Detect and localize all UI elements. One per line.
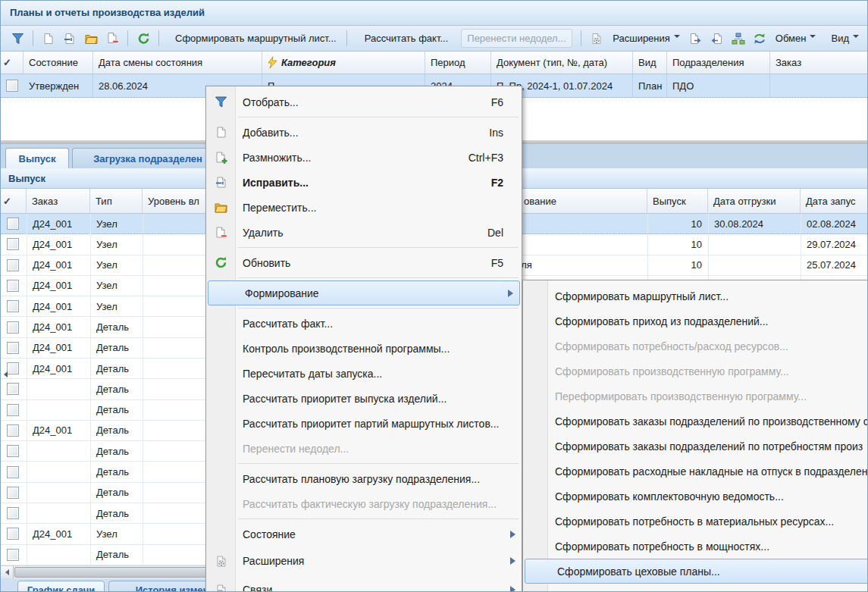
menu-item[interactable]: Сформировать комплектовочную ведомость..… [523,484,868,509]
row-checkbox[interactable] [7,445,19,457]
column-header-category[interactable]: Категория [262,52,425,74]
view-menu-button[interactable]: Вид [826,30,864,47]
menu-item[interactable]: Сформировать маршрутный лист... [523,283,868,309]
menu-item[interactable]: Сформировать график сдачи... [523,584,868,592]
select-all-column-header[interactable]: ✓ [1,189,27,213]
menu-item[interactable]: Контроль производственной программы... [206,336,522,361]
move-backlog-button[interactable]: Перенести недодел... [461,29,572,48]
menu-item[interactable]: Связи [206,575,522,592]
row-checkbox[interactable] [7,321,19,334]
collapse-left-arrow[interactable] [1,369,6,380]
move-folder-icon[interactable] [82,30,100,48]
menu-item[interactable]: Добавить...Ins [206,120,522,145]
cell-type: Деталь [90,317,143,337]
menu-item-label: Отобрать... [243,96,299,108]
row-checkbox[interactable] [7,404,19,416]
row-checkbox[interactable] [6,80,18,92]
column-header-state[interactable]: Состояние [24,52,93,74]
menu-item-label: Сформировать приход из подразделений... [555,315,769,327]
menu-item[interactable]: Рассчитать факт... [206,311,522,336]
column-header-order[interactable]: Заказ [770,52,868,74]
column-header-output[interactable]: Выпуск [647,189,708,213]
cell-order [27,400,90,420]
menu-item-label: Расширения [243,555,304,567]
row-checkbox[interactable] [7,238,19,250]
column-header-departments[interactable]: Подразделения [667,52,770,74]
edit-document-icon[interactable] [61,30,79,48]
menu-item-label: Рассчитать фактическую загрузку подразде… [243,498,497,510]
menu-item[interactable]: Размножить...Ctrl+F3 [206,145,522,170]
filter-icon[interactable] [8,30,27,48]
row-checkbox[interactable] [7,528,19,540]
exchange-icon[interactable] [750,30,769,48]
row-checkbox[interactable] [7,342,19,354]
row-checkbox[interactable] [7,487,19,499]
row-checkbox[interactable] [7,280,19,292]
column-header-order[interactable]: Заказ [27,189,90,213]
row-checkbox[interactable] [7,507,19,519]
menu-item[interactable]: Рассчитать приоритет выпуска изделий... [206,386,522,411]
cell-order [770,74,868,97]
select-all-column-header[interactable]: ✓ [1,52,24,74]
menu-item-label: Сформировать потребность/расход ресурсов… [555,340,788,352]
column-header-document[interactable]: Документ (тип, №, дата) [491,52,633,74]
menu-item[interactable]: Сформировать приход из подразделений... [523,309,868,334]
refresh-icon[interactable] [134,30,152,48]
tab-department-load[interactable]: Загрузка подразделен [72,148,224,168]
menu-item-label: Состояние [243,528,296,540]
row-checkbox[interactable] [7,383,19,395]
row-checkbox[interactable] [7,549,19,561]
cell-type: Деталь [90,441,143,461]
menu-item[interactable]: Сформировать заказы подразделений по пот… [523,434,868,459]
import-icon[interactable] [708,30,726,48]
cell-type: Деталь [90,503,143,523]
extensions-icon[interactable] [588,30,606,48]
scroll-left-arrow[interactable] [1,566,14,578]
cell-order [27,545,90,565]
row-checkbox[interactable] [7,259,19,271]
row-checkbox[interactable] [7,424,19,437]
add-document-icon[interactable] [39,30,58,48]
column-header-type[interactable]: Тип [90,189,143,213]
column-header-kind[interactable]: Вид [633,52,667,74]
menu-item[interactable]: Исправить...F2 [206,170,522,195]
menu-item[interactable]: Сформировать расходные накладные на отпу… [523,459,868,484]
row-checkbox[interactable] [7,362,19,374]
calc-fact-button[interactable]: Рассчитать факт... [359,30,454,47]
column-header-launch-date[interactable]: Дата запус [801,189,868,213]
cell-order: Д24_001 [27,276,90,296]
menu-item[interactable]: Рассчитать приоритет партий маршрутных л… [206,411,522,436]
menu-item[interactable]: Рассчитать плановую загрузку подразделен… [206,466,522,491]
menu-item[interactable]: УдалитьDel [206,220,522,245]
menu-item[interactable]: Отобрать...F6 [206,89,522,114]
menu-item[interactable]: Сформировать цеховые планы... [525,559,868,584]
row-checkbox[interactable] [7,466,19,478]
menu-item[interactable]: Пересчитать даты запуска... [206,361,522,386]
menu-item[interactable]: Сформировать заказы подразделений по про… [523,409,868,434]
menu-item[interactable]: Сформировать потребность в материальных … [523,509,868,534]
exchange-menu-button[interactable]: Обмен [770,30,822,47]
structure-icon[interactable] [729,30,747,48]
menu-item[interactable]: Расширения [206,547,522,575]
menu-item-label: Сформировать заказы подразделений по про… [555,415,868,428]
cell-launch-date: 25.07.2024 [801,255,868,275]
tab-department-load-label: Загрузка подразделен [93,153,202,164]
column-header-ship-date[interactable]: Дата отгрузки [708,189,801,213]
tab-delivery-schedule[interactable]: График сдачи [17,581,105,592]
tab-output[interactable]: Выпуск [5,148,69,168]
extensions-menu-button[interactable]: Расширения [607,30,685,47]
column-header-period[interactable]: Период [425,52,491,74]
form-route-sheet-button[interactable]: Сформировать маршрутный лист... [170,30,342,47]
menu-item[interactable]: Состояние [206,522,522,547]
row-checkbox[interactable] [7,300,19,312]
menu-separator [206,305,522,311]
menu-item-label: Переформировать производственную програм… [555,390,807,402]
menu-item[interactable]: Сформировать потребность в мощностях... [523,534,868,559]
export-icon[interactable] [687,30,705,48]
menu-item[interactable]: Формирование [208,280,520,305]
menu-item[interactable]: Переместить... [206,195,522,220]
row-checkbox[interactable] [7,218,19,230]
column-header-state-date[interactable]: Дата смены состояния [93,52,262,74]
delete-document-icon[interactable] [103,30,121,48]
menu-item[interactable]: ОбновитьF5 [206,250,522,275]
